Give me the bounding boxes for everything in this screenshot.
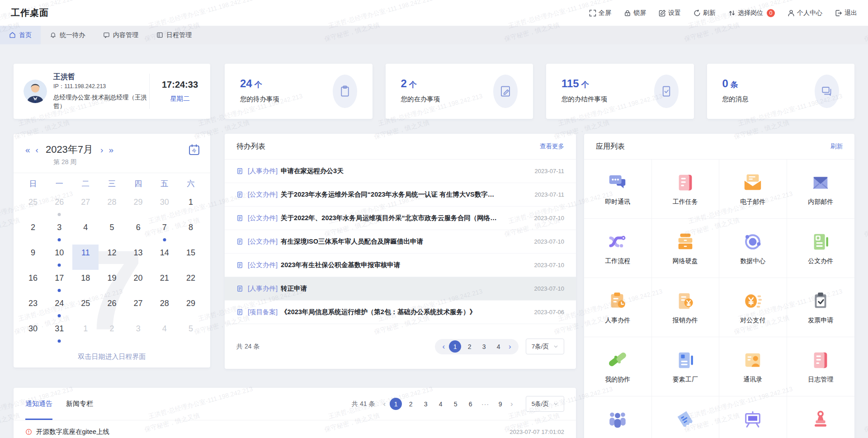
calendar-day[interactable]: 17 [46,270,72,295]
app-item-15[interactable]: 日志管理 [787,337,855,396]
calendar-day[interactable]: 18 [72,270,99,295]
app-item-7[interactable]: 公文办件 [787,219,855,278]
calendar-day[interactable]: 9 [20,245,46,270]
calendar-day[interactable]: 15 [178,245,204,270]
calendar-day[interactable]: 24 [46,295,72,320]
calendar-day[interactable]: 26 [99,295,125,320]
app-item-0[interactable]: 即时通讯 [584,160,652,219]
calendar-day[interactable]: 1 [72,320,99,346]
calendar-day[interactable]: 7 [151,219,178,245]
calendar-day[interactable]: 5 [178,320,204,346]
appbar-action-settings[interactable]: 设置 [659,9,681,17]
calendar-day[interactable]: 26 [46,194,72,219]
app-item-18[interactable] [719,396,787,438]
next-month-button[interactable]: › [100,146,103,154]
calendar-day[interactable]: 8 [178,219,204,245]
tab-unified-todo[interactable]: 统一待办 [41,26,94,44]
app-item-8[interactable]: 人事办件 [584,278,652,337]
calendar-day[interactable]: 30 [20,320,46,346]
appbar-action-select-position[interactable]: 选择岗位0 [728,9,775,17]
page-button-1[interactable]: 1 [390,398,402,410]
calendar-day[interactable]: 27 [125,295,151,320]
calendar-day[interactable]: 21 [151,270,178,295]
todo-page-size-select[interactable]: 7条/页 [526,339,564,354]
calendar-day[interactable]: 30 [151,194,178,219]
view-more-link[interactable]: 查看更多 [540,142,564,151]
app-item-16[interactable] [584,396,652,438]
page-button-3[interactable]: 3 [420,398,432,410]
calendar-day[interactable]: 3 [125,320,151,346]
stat-card-1[interactable]: 2个您的在办事项 [386,64,533,119]
news-row[interactable]: 开源数字底座在gitee上线2023-07-07 17:01:02 [14,420,576,438]
calendar-day[interactable]: 23 [20,295,46,320]
app-item-13[interactable]: 要素工厂 [652,337,720,396]
prev-month-button[interactable]: ‹ [36,146,38,154]
app-item-3[interactable]: 内部邮件 [787,160,855,219]
calendar-day[interactable]: 4 [72,219,99,245]
news-tab-1[interactable]: 新闻专栏 [66,388,93,420]
stat-card-2[interactable]: 115个您的办结件事项 [546,64,694,119]
calendar-day[interactable]: 5 [99,219,125,245]
calendar-day[interactable]: 29 [178,295,204,320]
calendar-day[interactable]: 31 [46,320,72,346]
calendar-day[interactable]: 28 [151,295,178,320]
todo-row[interactable]: [人事办件]转正申请2023-07-10 [225,277,576,300]
calendar-day[interactable]: 10 [46,245,72,270]
calendar-day[interactable]: 20 [125,270,151,295]
calendar-day[interactable]: 29 [125,194,151,219]
appbar-action-logout[interactable]: 退出 [835,9,857,17]
next-page-button[interactable]: › [509,400,514,409]
calendar-day[interactable]: 19 [99,270,125,295]
tab-schedule-mgmt[interactable]: 日程管理 [147,26,201,44]
calendar-day[interactable]: 2 [20,219,46,245]
app-item-9[interactable]: 报销办件 [652,278,720,337]
next-page-button[interactable]: › [507,342,513,351]
apps-refresh-link[interactable]: 刷新 [830,142,843,151]
appbar-action-profile[interactable]: 个人中心 [788,9,822,17]
calendar-day[interactable]: 28 [99,194,125,219]
page-button-1[interactable]: 1 [449,340,461,353]
tab-content-mgmt[interactable]: 内容管理 [94,26,147,44]
calendar-day[interactable]: 12 [99,245,125,270]
calendar-day[interactable]: 4 [151,320,178,346]
calendar-day[interactable]: 27 [72,194,99,219]
news-page-size-select[interactable]: 5条/页 [526,396,564,412]
page-button-6[interactable]: 6 [464,398,476,410]
todo-row[interactable]: [公文办件]关于2022年、2023年水务局运维项目外采“北京市政务云服务合同（… [225,206,576,230]
app-item-11[interactable]: 发票申请 [787,278,855,337]
stat-card-3[interactable]: 0条您的消息 [707,64,855,119]
calendar-day[interactable]: 25 [72,295,99,320]
todo-row[interactable]: [项目备案]《2023年局信息系统运行维护（第2包：基础办公系统技术服务）》20… [225,300,576,324]
calendar-day[interactable]: 14 [151,245,178,270]
page-button-3[interactable]: 3 [478,340,490,353]
appbar-action-lock-screen[interactable]: 锁屏 [624,9,646,17]
app-item-10[interactable]: 对公支付 [719,278,787,337]
app-item-6[interactable]: 数据中心 [719,219,787,278]
calendar-day[interactable]: 22 [178,270,204,295]
app-item-1[interactable]: 工作任务 [652,160,720,219]
todo-row[interactable]: [公文办件]2023年有生社保公积金基数申报审核申请2023-07-10 [225,253,576,277]
page-button-2[interactable]: 2 [405,398,417,410]
calendar-day[interactable]: 1 [178,194,204,219]
tab-home[interactable]: 首页 [0,26,41,44]
appbar-action-refresh[interactable]: 刷新 [693,9,716,17]
calendar-day[interactable]: 3 [46,219,72,245]
calendar-day-selected[interactable]: 11 [72,245,99,270]
app-item-17[interactable] [652,396,720,438]
calendar-day[interactable]: 25 [20,194,46,219]
page-button-5[interactable]: 5 [449,398,462,410]
calendar-day[interactable]: 2 [99,320,125,346]
page-button-4[interactable]: 4 [434,398,447,410]
prev-page-button[interactable]: ‹ [382,400,387,409]
app-item-4[interactable]: 工作流程 [584,219,652,278]
next-year-button[interactable]: » [108,146,113,154]
page-button-4[interactable]: 4 [492,340,505,353]
page-button-2[interactable]: 2 [463,340,476,353]
appbar-action-fullscreen[interactable]: 全屏 [589,9,611,17]
stat-card-0[interactable]: 24个您的待办事项 [225,64,373,119]
app-item-14[interactable]: 通讯录 [719,337,787,396]
calendar-day[interactable]: 16 [20,270,46,295]
news-tab-0[interactable]: 通知通告 [25,388,52,420]
app-item-19[interactable] [787,396,855,438]
calendar-day[interactable]: 6 [125,219,151,245]
